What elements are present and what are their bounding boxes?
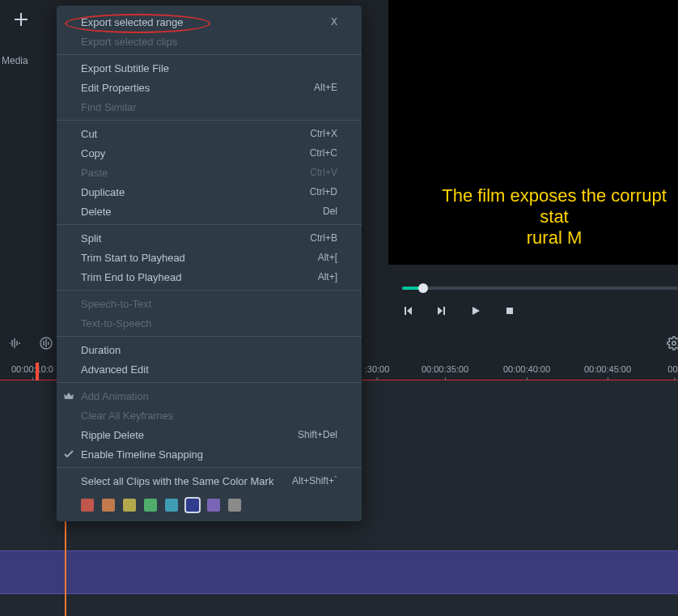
menu-item-shortcut: Ctrl+D	[310, 186, 337, 198]
menu-item-label: Trim Start to Playhead	[81, 252, 318, 264]
next-frame-button[interactable]	[436, 305, 447, 316]
media-tab-label: Media	[2, 55, 28, 66]
menu-item-clear-all-keyframes: Clear All Keyframes	[57, 406, 362, 425]
ruler-tick: 00:	[667, 364, 678, 374]
menu-item-label: Clear All Keyframes	[81, 410, 337, 422]
menu-item-shortcut: Ctrl+V	[310, 167, 337, 178]
menu-item-select-all-clips-with-the-same-color-mark[interactable]: Select all Clips with the Same Color Mar…	[57, 471, 362, 491]
color-mark-row	[57, 494, 362, 518]
menu-item-label: Find Similar	[81, 101, 337, 113]
ruler-tick: :30:00	[365, 364, 390, 374]
play-button[interactable]	[470, 305, 481, 316]
menu-item-text-to-speech: Text-to-Speech	[57, 313, 362, 333]
audio-icon[interactable]	[39, 336, 53, 350]
menu-item-export-selected-range[interactable]: Export selected rangeX	[57, 12, 362, 32]
menu-item-label: Duplicate	[81, 186, 310, 198]
menu-item-split[interactable]: SplitCtrl+B	[57, 228, 362, 248]
subtitle-overlay: The film exposes the corrupt stat rural …	[388, 185, 678, 249]
ruler-tick: 00:00:10:0	[11, 364, 53, 374]
menu-item-label: Ripple Delete	[81, 429, 298, 441]
menu-item-export-selected-clips: Export selected clips	[57, 32, 362, 51]
ruler-tick: 00:00:45:00	[584, 364, 631, 374]
menu-item-label: Speech-to-Text	[81, 298, 337, 310]
menu-item-label: Text-to-Speech	[81, 317, 337, 329]
waveform-icon[interactable]	[8, 336, 23, 350]
menu-item-shortcut: Ctrl+C	[310, 147, 337, 159]
menu-item-label: Trim End to Playhead	[81, 271, 318, 283]
menu-item-trim-start-to-playhead[interactable]: Trim Start to PlayheadAlt+[	[57, 248, 362, 267]
menu-item-label: Copy	[81, 147, 310, 159]
menu-item-label: Duration	[81, 344, 337, 356]
menu-item-ripple-delete[interactable]: Ripple DeleteShift+Del	[57, 425, 362, 444]
menu-item-shortcut: Ctrl+B	[310, 232, 337, 244]
menu-item-shortcut: Ctrl+X	[310, 128, 337, 139]
menu-item-copy[interactable]: CopyCtrl+C	[57, 143, 362, 163]
progress-track[interactable]	[402, 287, 678, 290]
menu-item-label: Advanced Edit	[81, 363, 337, 376]
check-icon	[63, 448, 74, 460]
menu-item-label: Export selected range	[81, 16, 331, 28]
menu-item-label: Export Subtitle File	[81, 62, 337, 74]
range-marker[interactable]	[36, 363, 39, 380]
menu-item-shortcut: Alt+[	[318, 252, 337, 263]
prev-frame-button[interactable]	[402, 305, 413, 316]
menu-item-label: Edit Properties	[81, 82, 314, 94]
color-swatch[interactable]	[144, 499, 157, 512]
menu-item-label: Enable Timeline Snapping	[81, 448, 337, 461]
menu-item-shortcut: Alt+E	[314, 82, 337, 93]
crown-icon	[63, 390, 74, 401]
color-swatch[interactable]	[186, 499, 199, 512]
color-swatch[interactable]	[228, 499, 241, 512]
color-swatch[interactable]	[207, 499, 220, 512]
menu-item-trim-end-to-playhead[interactable]: Trim End to PlayheadAlt+]	[57, 267, 362, 287]
color-swatch[interactable]	[165, 499, 178, 512]
menu-item-paste: PasteCtrl+V	[57, 163, 362, 182]
menu-item-shortcut: Alt+Shift+`	[292, 475, 337, 486]
menu-item-duration[interactable]: Duration	[57, 340, 362, 359]
svg-point-1	[672, 342, 676, 346]
menu-item-shortcut: X	[331, 16, 337, 28]
menu-item-enable-timeline-snapping[interactable]: Enable Timeline Snapping	[57, 444, 362, 464]
menu-item-shortcut: Del	[323, 206, 337, 217]
settings-icon[interactable]	[667, 336, 678, 350]
progress-thumb[interactable]	[418, 283, 428, 293]
timeline-tool-icons	[8, 336, 53, 350]
menu-item-shortcut: Alt+]	[318, 271, 337, 283]
menu-item-edit-properties[interactable]: Edit PropertiesAlt+E	[57, 78, 362, 97]
menu-item-label: Split	[81, 232, 310, 244]
menu-item-label: Add Animation	[81, 390, 337, 402]
menu-item-cut[interactable]: CutCtrl+X	[57, 124, 362, 143]
stop-button[interactable]	[504, 305, 515, 316]
color-swatch[interactable]	[81, 499, 94, 512]
menu-item-advanced-edit[interactable]: Advanced Edit	[57, 359, 362, 379]
menu-item-speech-to-text: Speech-to-Text	[57, 294, 362, 313]
menu-item-delete[interactable]: DeleteDel	[57, 202, 362, 221]
menu-item-label: Paste	[81, 167, 310, 179]
menu-item-label: Select all Clips with the Same Color Mar…	[81, 475, 292, 487]
menu-item-add-animation: Add Animation	[57, 386, 362, 406]
add-media-button[interactable]	[10, 8, 32, 31]
menu-item-export-subtitle-file[interactable]: Export Subtitle File	[57, 58, 362, 78]
menu-item-label: Delete	[81, 206, 323, 218]
menu-item-find-similar: Find Similar	[57, 97, 362, 117]
timeline-context-menu: Export selected rangeXExport selected cl…	[57, 6, 362, 521]
ruler-tick: 00:00:40:00	[503, 364, 550, 374]
ruler-tick: 00:00:35:00	[422, 364, 468, 374]
video-clip[interactable]	[0, 550, 678, 594]
preview-viewport: The film exposes the corrupt stat rural …	[388, 0, 678, 265]
menu-item-duplicate[interactable]: DuplicateCtrl+D	[57, 182, 362, 202]
color-swatch[interactable]	[123, 499, 136, 512]
color-swatch[interactable]	[102, 499, 115, 512]
menu-item-label: Cut	[81, 128, 310, 140]
menu-item-label: Export selected clips	[81, 36, 337, 48]
svg-rect-0	[506, 308, 513, 314]
player-controls	[388, 265, 678, 325]
menu-item-shortcut: Shift+Del	[298, 429, 337, 440]
